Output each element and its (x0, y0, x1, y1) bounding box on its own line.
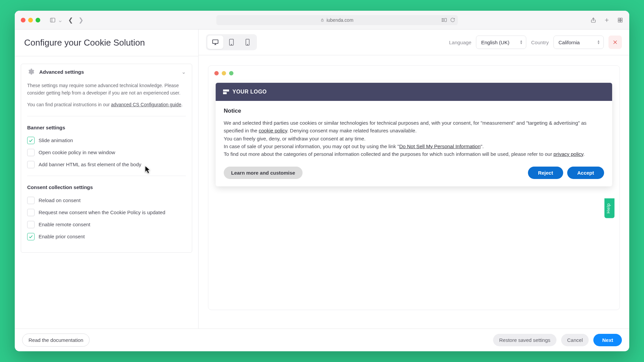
browser-toolbar: ⌄ ❮ ❯ iubenda.com (15, 11, 629, 29)
advanced-guide-link[interactable]: advanced CS Configuration guide (111, 102, 181, 107)
svg-rect-13 (621, 20, 622, 22)
next-button[interactable]: Next (593, 334, 622, 346)
logo-text: YOUR LOGO (232, 89, 267, 95)
banner-setting-checkbox[interactable] (27, 137, 35, 144)
reload-icon[interactable] (450, 17, 455, 22)
svg-point-18 (231, 44, 232, 45)
consent-setting-checkbox[interactable] (27, 197, 35, 204)
device-desktop-tab[interactable] (207, 36, 223, 49)
new-tab-icon[interactable] (604, 17, 610, 23)
reject-button[interactable]: Reject (528, 167, 563, 179)
preview-window: YOUR LOGO Notice We and selected third p… (208, 65, 620, 310)
banner-setting-checkbox[interactable] (27, 161, 35, 168)
advanced-settings-desc: These settings may require some advanced… (27, 82, 186, 97)
consent-setting-label: Enable remote consent (39, 221, 90, 228)
banner-setting-row[interactable]: Add banner HTML as first element of the … (27, 161, 186, 168)
language-value: English (UK) (481, 40, 509, 45)
banner-setting-label: Open cookie policy in new window (39, 149, 115, 156)
device-mobile-tab[interactable] (239, 36, 256, 49)
chevron-down-icon: ⌄ (58, 16, 63, 24)
svg-rect-3 (441, 18, 444, 19)
banner-setting-row[interactable]: Slide animation (27, 137, 186, 144)
advanced-guide-pre: You can find practical instructions in o… (27, 102, 111, 107)
consent-setting-label: Request new consent when the Cookie Poli… (39, 209, 165, 216)
browser-window: ⌄ ❮ ❯ iubenda.com Configure your Cookie … (15, 11, 629, 351)
cookie-policy-link[interactable]: cookie policy (259, 128, 287, 133)
consent-setting-checkbox[interactable] (27, 209, 35, 216)
tablet-icon (228, 39, 234, 46)
sort-icon: ▲▼ (597, 40, 600, 45)
consent-setting-checkbox[interactable] (27, 221, 35, 228)
advanced-guide-post: . (181, 102, 182, 107)
consent-setting-row[interactable]: Enable prior consent (27, 233, 186, 240)
sidebar-toggle-icon[interactable]: ⌄ (50, 16, 63, 24)
restore-settings-button[interactable]: Restore saved settings (493, 334, 556, 346)
banner-setting-label: Add banner HTML as first element of the … (39, 161, 141, 168)
consent-setting-checkbox[interactable] (27, 233, 35, 240)
banner-title: Notice (224, 108, 604, 114)
consent-setting-row[interactable]: Enable remote consent (27, 221, 186, 228)
consent-setting-label: Reload on consent (39, 197, 80, 204)
share-icon[interactable] (590, 17, 596, 23)
country-label: Country (531, 40, 549, 45)
settings-scroll[interactable]: Advanced settings ⌄ These settings may r… (15, 56, 198, 328)
advanced-settings-card: Advanced settings ⌄ These settings may r… (21, 64, 192, 253)
country-select[interactable]: California ▲▼ (553, 36, 604, 49)
sort-icon: ▲▼ (520, 40, 523, 45)
svg-rect-5 (441, 21, 444, 21)
do-not-sell-link[interactable]: Do Not Sell My Personal Information (399, 143, 481, 149)
cookie-banner: YOUR LOGO Notice We and selected third p… (216, 83, 612, 186)
mobile-icon (245, 39, 250, 46)
accept-button[interactable]: Accept (567, 167, 604, 179)
banner-settings-title: Banner settings (27, 124, 186, 131)
learn-more-button[interactable]: Learn more and customise (224, 167, 303, 179)
url-bar[interactable]: iubenda.com (216, 15, 458, 25)
svg-rect-4 (441, 19, 444, 20)
logo-icon (223, 89, 229, 94)
window-traffic-lights (21, 18, 40, 22)
advanced-settings-title: Advanced settings (39, 69, 177, 75)
preview-close-icon (214, 71, 219, 75)
svg-rect-11 (621, 18, 622, 20)
privacy-policy-link[interactable]: privacy policy (553, 151, 583, 157)
banner-setting-checkbox[interactable] (27, 149, 35, 156)
chevron-down-icon: ⌄ (181, 69, 186, 75)
banner-text: We and selected third parties use cookie… (224, 119, 604, 158)
nav-back-icon[interactable]: ❮ (68, 16, 73, 24)
device-tablet-tab[interactable] (223, 36, 239, 49)
preview-minimize-icon (222, 71, 226, 75)
device-tabs (206, 34, 257, 50)
read-docs-button[interactable]: Read the documentation (22, 334, 90, 347)
banner-setting-label: Slide animation (39, 137, 73, 144)
preview-stage: YOUR LOGO Notice We and selected third p… (199, 55, 629, 328)
language-label: Language (449, 40, 472, 45)
cancel-button[interactable]: Cancel (561, 334, 589, 346)
lock-icon (320, 18, 324, 22)
country-value: California (558, 40, 580, 45)
window-close-icon[interactable] (21, 18, 25, 22)
footer: Read the documentation Restore saved set… (15, 328, 629, 351)
left-panel: Configure your Cookie Solution Advanced … (15, 29, 199, 328)
nav-forward-icon[interactable]: ❯ (78, 16, 84, 24)
svg-rect-12 (618, 20, 620, 22)
svg-rect-2 (321, 20, 323, 21)
help-tab[interactable]: Help (604, 198, 614, 218)
banner-logo-bar: YOUR LOGO (216, 83, 612, 101)
gear-icon (27, 68, 35, 75)
advanced-settings-toggle[interactable]: Advanced settings ⌄ (21, 64, 192, 79)
consent-setting-row[interactable]: Request new consent when the Cookie Poli… (27, 209, 186, 216)
consent-setting-row[interactable]: Reload on consent (27, 197, 186, 204)
reader-icon[interactable] (441, 18, 447, 22)
close-button[interactable] (608, 36, 622, 49)
language-select[interactable]: English (UK) ▲▼ (476, 36, 526, 49)
preview-header: Language English (UK) ▲▼ Country Califor… (199, 29, 629, 55)
banner-setting-row[interactable]: Open cookie policy in new window (27, 149, 186, 156)
svg-rect-6 (444, 18, 446, 21)
advanced-settings-body: These settings may require some advanced… (21, 79, 192, 252)
window-zoom-icon[interactable] (36, 18, 40, 22)
close-icon (612, 40, 618, 45)
url-host: iubenda.com (326, 17, 353, 23)
tab-overview-icon[interactable] (617, 17, 623, 23)
window-minimize-icon[interactable] (28, 18, 33, 22)
consent-settings-title: Consent collection settings (27, 183, 186, 191)
